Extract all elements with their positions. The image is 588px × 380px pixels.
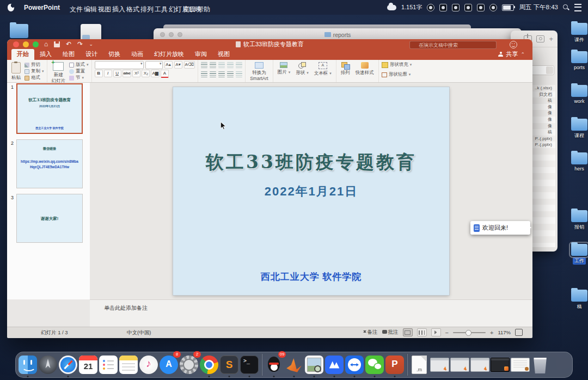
reset-button[interactable]: 重置 [69, 68, 85, 75]
font-color-button[interactable]: A [161, 70, 169, 78]
zoom-button[interactable] [33, 41, 39, 47]
warning-status-icon[interactable] [477, 4, 485, 11]
dock-minimized-window-3[interactable] [470, 352, 489, 377]
dock-qq[interactable]: 09 [264, 352, 284, 377]
justify-icon[interactable] [227, 71, 234, 77]
dock-minimized-window-dark[interactable] [490, 352, 510, 377]
desktop-folder-baoxiao[interactable]: 报销 [568, 210, 588, 231]
picture-button[interactable]: 图片▾ [276, 62, 292, 76]
zoom-slider-knob[interactable] [465, 330, 471, 336]
dock-trash[interactable] [530, 352, 550, 377]
desktop-folder-courseware[interactable]: 课件 [568, 23, 588, 44]
shrink-font-button[interactable]: A▾ [174, 61, 182, 69]
shapes-button[interactable]: 形状▾ [294, 62, 310, 77]
presentation-search-input[interactable] [409, 41, 497, 49]
desktop-folder-reports[interactable]: ports [568, 51, 588, 70]
dock-preview[interactable] [304, 352, 324, 377]
copy-button[interactable]: 复制▾ [24, 68, 44, 75]
dock-launchpad[interactable] [38, 352, 58, 377]
layout-button[interactable]: 版式▾ [69, 62, 89, 68]
shape-outline-button[interactable]: 形状轮廓▾ [382, 71, 411, 78]
tab-view[interactable]: 视图 [212, 49, 235, 60]
dock-voov-meeting[interactable] [324, 352, 344, 377]
desktop-folder-work-selected[interactable]: 工作 [568, 244, 588, 265]
add-icon[interactable]: + [549, 35, 553, 43]
dock-app-store[interactable]: 8 [159, 352, 179, 377]
minimize-button[interactable] [23, 41, 29, 47]
redo-icon[interactable]: ↷ [77, 39, 83, 50]
apple-menu-icon[interactable] [8, 4, 14, 11]
superscript-button[interactable]: X² [132, 70, 140, 77]
shape-fill-button[interactable]: 形状填充▾ [382, 62, 412, 68]
menu-item-view[interactable]: 视图 [98, 5, 103, 10]
slide-footer-text[interactable]: 西北工业大学 软件学院 [173, 271, 449, 283]
slide-thumbnail-3[interactable]: 谢谢大家! [16, 194, 83, 243]
field-button[interactable] [546, 66, 553, 74]
menu-item-tools[interactable]: 工具 [155, 5, 160, 10]
menu-item-format[interactable]: 格式 [126, 5, 131, 10]
tab-animations[interactable]: 动画 [126, 49, 149, 60]
menu-item-file[interactable]: 文件 [70, 5, 75, 10]
fit-slide-button[interactable] [515, 329, 523, 336]
spotlight-search-icon[interactable] [563, 4, 569, 11]
menubar-clock[interactable]: 周五 下午8:43 [519, 3, 558, 11]
collapse-ribbon-icon[interactable]: ⌃ [520, 52, 525, 57]
dock-reminders[interactable] [99, 352, 118, 377]
clear-format-button[interactable]: A⌫ [184, 61, 195, 69]
dock-calendar[interactable]: 21 [78, 352, 98, 377]
notification-center-icon[interactable] [574, 4, 581, 11]
arrange-button[interactable]: 排列 [339, 62, 352, 77]
close-button[interactable] [13, 41, 19, 47]
zoom-level[interactable]: 117% [498, 329, 511, 335]
menu-app-name[interactable]: PowerPoint [24, 4, 60, 11]
word-count-indicator[interactable]: 1.151字 [401, 3, 422, 11]
tab-draw[interactable]: 绘图 [57, 49, 80, 60]
menu-item-insert[interactable]: 插入 [112, 5, 117, 10]
language-indicator[interactable]: 中文(中国) [127, 329, 151, 336]
menu-item-slideshow[interactable]: 幻灯片放映 [169, 5, 174, 10]
tab-insert[interactable]: 插入 [34, 49, 57, 60]
dock-powerpoint[interactable] [385, 352, 405, 377]
textbox-button[interactable]: A 文本框▾ [313, 62, 333, 77]
highlight-button[interactable]: A▆ [151, 70, 160, 77]
menu-item-window[interactable]: 窗口 [183, 5, 188, 10]
cloud-status-icon[interactable] [387, 5, 396, 10]
dock-minimized-window-2[interactable] [450, 352, 469, 377]
dock-finder[interactable] [18, 352, 38, 377]
slideshow-view-button[interactable] [431, 328, 441, 336]
align-left-icon[interactable] [201, 71, 207, 77]
dock-wechat[interactable] [365, 352, 384, 377]
menu-item-arrange[interactable]: 排列 [140, 5, 145, 10]
customize-toolbar-icon[interactable]: ⌄ [89, 39, 93, 50]
format-painter-button[interactable]: 格式 [24, 75, 40, 81]
notification-icon[interactable] [464, 4, 472, 11]
title-bar[interactable]: ⌂ ↶ ↷ ⌄ 软工33班防疫专题教育 [7, 39, 532, 50]
desktop-folder-drafts[interactable]: 稿 [568, 290, 588, 310]
welcome-back-callout[interactable]: 欢迎回来! [470, 221, 530, 235]
feedback-smiley-icon[interactable] [510, 41, 517, 48]
italic-button[interactable]: I [104, 70, 112, 77]
dock-matlab[interactable] [284, 352, 304, 377]
strikethrough-button[interactable]: abc [122, 70, 132, 77]
desktop-folder-others[interactable]: hers [568, 152, 588, 171]
comments-toggle[interactable]: 批注 [382, 329, 399, 336]
subscript-button[interactable]: X₂ [142, 70, 150, 77]
dock-chrome[interactable] [199, 352, 219, 377]
notes-pane[interactable]: 单击此处添加备注 [90, 299, 532, 327]
share-button[interactable]: 共享 ⌃ [498, 50, 532, 60]
tab-transitions[interactable]: 切换 [103, 49, 126, 60]
zoom-slider[interactable] [453, 332, 486, 333]
slide-thumbnail-2[interactable]: 微信链接 https://mp.weixin.qq.com/s/n8MbaHqe… [16, 139, 83, 188]
decrease-indent-icon[interactable] [218, 62, 225, 68]
font-size-dropdown[interactable] [145, 61, 163, 69]
dock-terminal[interactable] [240, 352, 259, 377]
align-center-icon[interactable] [210, 71, 216, 77]
save-icon[interactable] [54, 41, 60, 47]
menu-item-help[interactable]: 帮助 [197, 5, 202, 10]
dock-m-file[interactable]: .m [409, 352, 429, 377]
font-name-dropdown[interactable] [95, 61, 144, 69]
numbering-icon[interactable] [210, 62, 216, 68]
camera-icon[interactable] [536, 35, 544, 42]
desktop-folder-courses[interactable]: 课程 [568, 119, 588, 139]
input-method-icon[interactable] [452, 4, 460, 11]
